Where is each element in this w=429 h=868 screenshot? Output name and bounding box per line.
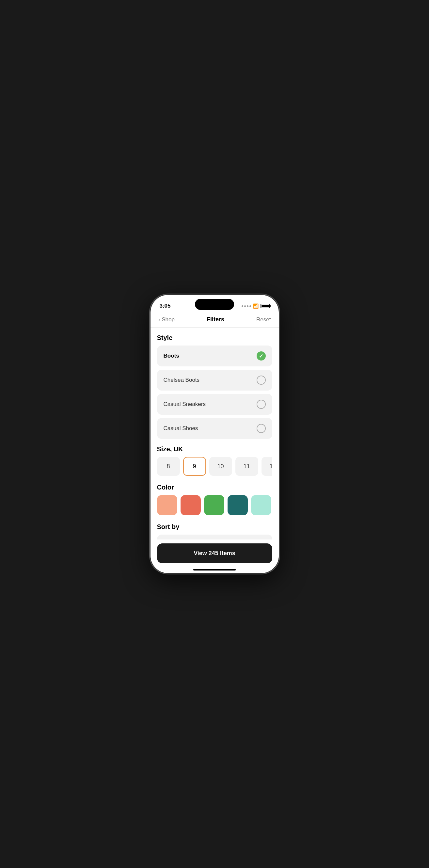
- size-section-title: Size, UK: [157, 445, 272, 453]
- radio-circle-chelsea-boots: [256, 376, 266, 385]
- color-swatch-peach[interactable]: [157, 495, 177, 515]
- color-swatch-green[interactable]: [204, 495, 224, 515]
- phone-screen: 3:05 📶 ‹ Shop Filters Reset: [151, 295, 279, 573]
- style-option-label-boots: Boots: [163, 353, 179, 359]
- color-swatch-coral[interactable]: [181, 495, 201, 515]
- wifi-icon: 📶: [253, 303, 258, 309]
- color-swatch-mint[interactable]: [251, 495, 271, 515]
- signal-icon: [242, 305, 251, 307]
- filter-content: Style Boots Chelsea Boots Casual Sneaker…: [151, 328, 279, 560]
- status-icons: 📶: [242, 303, 270, 309]
- size-chip-8[interactable]: 8: [157, 457, 180, 476]
- view-items-button[interactable]: View 245 Items: [157, 544, 272, 563]
- page-title: Filters: [207, 316, 224, 323]
- style-section-title: Style: [157, 334, 272, 342]
- color-swatch-teal[interactable]: [227, 495, 248, 515]
- style-option-casual-sneakers[interactable]: Casual Sneakers: [157, 394, 272, 415]
- back-chevron-icon: ‹: [158, 316, 161, 323]
- color-section-title: Color: [157, 484, 272, 491]
- dynamic-island: [195, 299, 234, 310]
- size-chip-12[interactable]: 12: [262, 457, 272, 476]
- style-option-boots[interactable]: Boots: [157, 345, 272, 366]
- radio-circle-casual-sneakers: [256, 400, 266, 409]
- home-indicator: [193, 569, 236, 570]
- size-chip-10[interactable]: 10: [209, 457, 232, 476]
- radio-circle-casual-shoes: [256, 424, 266, 433]
- back-label: Shop: [162, 316, 175, 323]
- radio-checked-boots: [256, 351, 266, 361]
- style-option-chelsea-boots[interactable]: Chelsea Boots: [157, 370, 272, 391]
- size-chip-11[interactable]: 11: [236, 457, 258, 476]
- nav-bar: ‹ Shop Filters Reset: [151, 312, 279, 328]
- style-option-casual-shoes[interactable]: Casual Shoes: [157, 418, 272, 439]
- battery-icon: [261, 304, 270, 308]
- bottom-button-area: View 245 Items: [151, 539, 279, 573]
- phone-frame: 3:05 📶 ‹ Shop Filters Reset: [151, 295, 279, 573]
- size-chip-9[interactable]: 9: [183, 457, 206, 476]
- style-option-label-casual-sneakers: Casual Sneakers: [163, 401, 206, 407]
- status-time: 3:05: [160, 303, 171, 309]
- style-option-label-casual-shoes: Casual Shoes: [163, 425, 198, 432]
- back-button[interactable]: ‹ Shop: [158, 316, 175, 323]
- style-option-label-chelsea-boots: Chelsea Boots: [163, 377, 200, 383]
- color-row: [157, 495, 272, 517]
- sortby-section-title: Sort by: [157, 523, 272, 531]
- size-scroll: 8 9 10 11 12 13: [157, 457, 272, 477]
- reset-button[interactable]: Reset: [256, 316, 271, 323]
